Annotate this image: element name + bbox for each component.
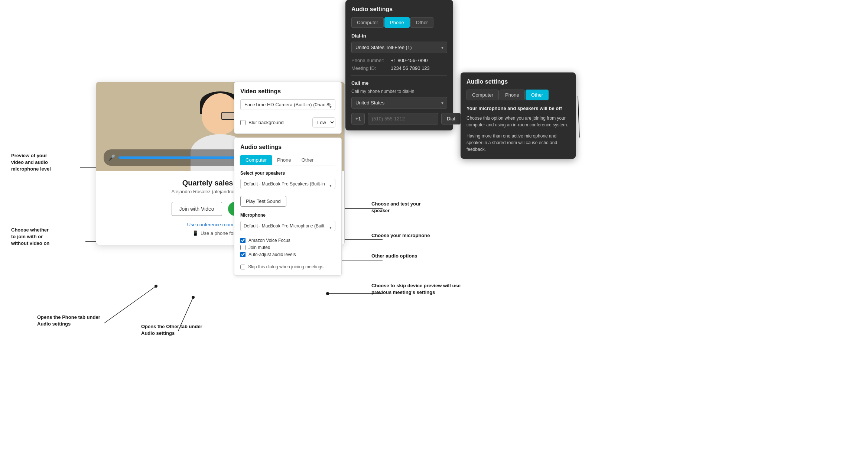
annotation-phone-tab: Opens the Phone tab under Audio settings [37, 314, 100, 327]
annotation-preview: Preview of your video and audio micropho… [11, 152, 51, 173]
audio-settings-phone-panel: Audio settings Computer Phone Other Dial… [345, 0, 453, 130]
country-select-wrapper: United States ▼ [351, 97, 447, 109]
dial-in-select[interactable]: United States Toll-Free (1) [351, 42, 447, 53]
dark-tab-computer[interactable]: Computer [351, 17, 384, 28]
dial-in-row: +1 Dial [351, 113, 447, 124]
amazon-voice-label: Amazon Voice Focus [248, 238, 290, 243]
dial-button[interactable]: Dial [441, 113, 461, 124]
meeting-id-value: 1234 56 7890 123 [391, 65, 430, 71]
audio-settings-other-panel: Audio settings Computer Phone Other Your… [461, 72, 576, 159]
blur-checkbox[interactable] [240, 120, 246, 125]
call-me-sublabel: Call my phone number to dial-in [351, 89, 447, 94]
annotation-microphone: Choose your microphone [371, 232, 430, 239]
phone-number-row: Phone number: +1 800-456-7890 [351, 58, 447, 63]
other-tab-computer[interactable]: Computer [466, 90, 499, 100]
blur-level-select[interactable]: Low [312, 117, 335, 127]
speaker-select-wrapper: Default - MacBook Pro Speakers (Built-in… [240, 179, 335, 192]
dark-tab-other[interactable]: Other [410, 17, 434, 28]
blur-row: Blur background Low [240, 117, 335, 127]
amazon-voice-checkbox[interactable] [240, 238, 246, 243]
skip-checkbox[interactable] [240, 265, 245, 269]
audio-phone-tab-bar: Computer Phone Other [351, 17, 447, 28]
phone-number-label: Phone number: [351, 58, 389, 63]
svg-point-19 [326, 292, 329, 295]
speaker-select[interactable]: Default - MacBook Pro Speakers (Built-in [240, 179, 335, 189]
audio-other-tab-bar: Computer Phone Other [466, 90, 570, 100]
join-with-video-button[interactable]: Join with Video [172, 202, 222, 216]
other-body1: Choose this option when you are joining … [466, 115, 570, 128]
annotation-speaker: Choose and test your speaker [371, 201, 438, 214]
other-body2: Having more than one active microphone a… [466, 133, 570, 153]
other-tab-other[interactable]: Other [526, 90, 549, 100]
tab-other[interactable]: Other [296, 155, 319, 165]
annotation-other-tab: Opens the Other tab under Audio settings [141, 323, 202, 337]
microphone-select[interactable]: Default - MacBook Pro Microphone (Built [240, 221, 335, 231]
microphone-icon: 🎤 [108, 154, 116, 161]
camera-select[interactable]: FaceTime HD Camera (Built-in) (05ac:85 [240, 99, 335, 110]
dial-in-select-wrapper: United States Toll-Free (1) ▼ [351, 42, 447, 53]
join-muted-checkbox[interactable] [240, 245, 246, 250]
phone-number-input[interactable] [368, 113, 438, 124]
microphone-select-wrapper: Default - MacBook Pro Microphone (Built … [240, 221, 335, 234]
video-settings-panel: Video settings FaceTime HD Camera (Built… [234, 82, 342, 134]
play-test-sound-button[interactable]: Play Test Sound [240, 196, 286, 207]
mic-level-fill [118, 156, 238, 159]
other-heading: Your microphone and speakers will be off [466, 106, 570, 111]
svg-line-4 [104, 286, 156, 323]
tab-phone[interactable]: Phone [272, 155, 296, 165]
call-me-label: Call me [351, 80, 447, 86]
separator [351, 75, 447, 76]
audio-settings-main-panel: Audio settings Computer Phone Other Sele… [234, 137, 342, 276]
auto-adjust-row: Auto-adjust audio levels [240, 252, 335, 257]
glass-lens-left [221, 112, 235, 120]
audio-settings-title: Audio settings [240, 144, 335, 151]
camera-select-wrapper: FaceTime HD Camera (Built-in) (05ac:85 ▼ [240, 99, 335, 114]
blur-label: Blur background [248, 120, 309, 125]
microphone-section-label: Microphone [240, 213, 335, 218]
auto-adjust-label: Auto-adjust audio levels [248, 252, 296, 257]
svg-point-5 [155, 285, 157, 288]
audio-settings-other-title: Audio settings [466, 78, 570, 85]
phone-number-value: +1 800-456-7890 [391, 58, 428, 63]
skip-row: Skip this dialog when joining meetings [240, 261, 335, 269]
phone-icon: 📱 [192, 230, 198, 236]
other-tab-phone[interactable]: Phone [500, 90, 525, 100]
annotation-join-video: Choose whether to join with or without v… [11, 227, 49, 247]
join-muted-row: Join muted [240, 245, 335, 250]
dark-tab-phone[interactable]: Phone [384, 17, 410, 28]
country-select[interactable]: United States [351, 97, 447, 109]
tab-computer[interactable]: Computer [240, 155, 272, 165]
video-settings-title: Video settings [240, 88, 335, 95]
svg-line-22 [578, 96, 579, 137]
skip-label: Skip this dialog when joining meetings [248, 264, 324, 269]
country-code-box: +1 [351, 113, 365, 124]
join-muted-label: Join muted [248, 245, 270, 250]
annotation-skip: Choose to skip device preview will use p… [371, 282, 464, 296]
auto-adjust-checkbox[interactable] [240, 252, 246, 257]
dial-in-label: Dial-in [351, 33, 447, 39]
meeting-id-label: Meeting ID: [351, 65, 389, 71]
audio-tab-bar: Computer Phone Other [240, 155, 335, 165]
svg-point-7 [192, 296, 195, 299]
speakers-section-label: Select your speakers [240, 171, 335, 176]
annotation-other-audio: Other audio options [371, 253, 417, 259]
audio-settings-phone-title: Audio settings [351, 6, 447, 13]
meeting-id-row: Meeting ID: 1234 56 7890 123 [351, 65, 447, 71]
face [202, 93, 239, 134]
amazon-voice-row: Amazon Voice Focus [240, 238, 335, 243]
